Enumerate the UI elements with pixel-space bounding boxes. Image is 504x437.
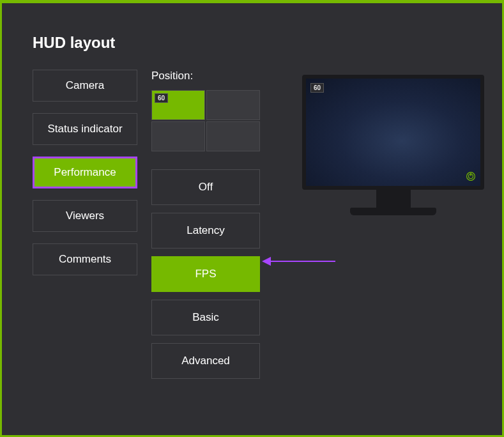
monitor-neck [376, 190, 411, 208]
position-bottom-left[interactable] [151, 121, 205, 151]
option-basic[interactable]: Basic [151, 300, 260, 335]
category-viewers[interactable]: Viewers [33, 200, 137, 232]
category-comments[interactable]: Comments [33, 243, 137, 275]
option-fps[interactable]: FPS [151, 256, 260, 292]
category-list: Camera Status indicator Performance View… [33, 70, 137, 389]
option-list: Off Latency FPS Basic Advanced [151, 169, 260, 379]
position-top-right[interactable] [206, 90, 260, 120]
position-fps-badge: 60 [155, 93, 168, 103]
monitor-preview: 60 [302, 75, 484, 215]
preview-fps-badge: 60 [310, 83, 324, 93]
power-icon [466, 172, 475, 181]
preview-panel: 60 [302, 70, 484, 389]
option-off[interactable]: Off [151, 169, 260, 205]
category-performance[interactable]: Performance [33, 157, 137, 188]
option-advanced[interactable]: Advanced [151, 343, 260, 379]
position-label: Position: [151, 70, 260, 82]
position-grid: 60 [151, 90, 260, 151]
position-bottom-right[interactable] [206, 121, 260, 151]
category-status-indicator[interactable]: Status indicator [33, 113, 137, 145]
monitor-screen: 60 [302, 75, 484, 190]
category-camera[interactable]: Camera [33, 70, 137, 102]
settings-panel: Position: 60 Off Latency FPS Basic Advan… [151, 70, 260, 389]
monitor-base [350, 208, 436, 215]
page-title: HUD layout [33, 34, 483, 52]
position-top-left[interactable]: 60 [151, 90, 205, 120]
option-latency[interactable]: Latency [151, 213, 260, 249]
